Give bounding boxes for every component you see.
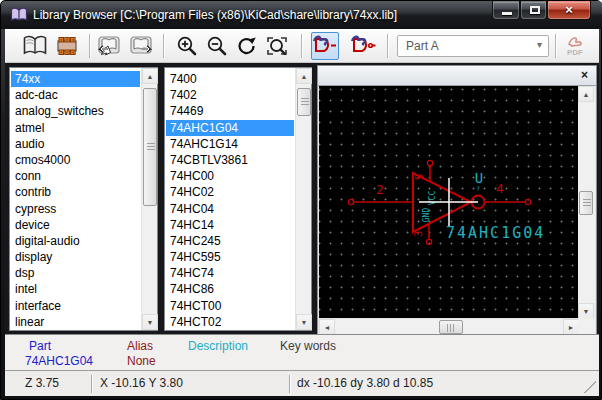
resize-grip[interactable] [584, 381, 596, 393]
minimize-button[interactable] [492, 1, 520, 20]
library-item[interactable]: device [11, 217, 140, 233]
export-pdf-button[interactable]: PDF [561, 32, 589, 60]
library-browser-window: Library Browser [C:\Program Files (x86)\… [0, 0, 602, 400]
pane-close-button[interactable]: × [577, 68, 592, 83]
open-book-icon [22, 34, 48, 58]
component-item[interactable]: 74HCT00 [166, 298, 294, 314]
toolbar-separator [163, 34, 165, 58]
library-item[interactable]: contrib [11, 184, 140, 200]
component-item[interactable]: 74HC14 [166, 217, 294, 233]
part-selector-value: Part A [406, 39, 439, 53]
zoom-fit-icon [265, 35, 289, 57]
book-right-arrow-icon [128, 34, 154, 58]
close-button[interactable]: × [547, 1, 591, 20]
zoom-fit-button[interactable] [263, 32, 291, 60]
part-label: Part [29, 339, 51, 353]
library-list[interactable]: 74xx adc-dac analog_switches atmel audio… [9, 67, 158, 331]
component-item[interactable]: 74HC00 [166, 168, 294, 184]
select-library-button[interactable] [21, 32, 49, 60]
scroll-up-icon[interactable]: ▲ [578, 86, 594, 102]
scroll-up-icon[interactable]: ▲ [296, 68, 312, 84]
library-item[interactable]: dsp [11, 265, 140, 281]
library-item[interactable]: atmel [11, 120, 140, 136]
maximize-button[interactable] [520, 1, 547, 20]
library-item[interactable]: display [11, 249, 140, 265]
cursor-position: X -10.16 Y 3.80 [100, 376, 183, 390]
minimize-icon [502, 12, 512, 15]
library-item[interactable]: analog_switches [11, 103, 140, 119]
component-item[interactable]: 74HC74 [166, 265, 294, 281]
library-item[interactable]: conn [11, 168, 140, 184]
description-label: Description [188, 339, 248, 353]
viewer-pane-header[interactable]: × [318, 66, 596, 86]
demorgan-standard-button[interactable] [311, 32, 339, 60]
component-item[interactable]: 74HC04 [166, 201, 294, 217]
combo-dropdown-icon: ▾ [537, 39, 542, 50]
previous-part-button[interactable] [95, 32, 123, 60]
scroll-down-icon[interactable]: ▼ [578, 303, 594, 319]
select-part-button[interactable] [53, 32, 81, 60]
vcc-pin-name: VCC [428, 191, 437, 206]
scrollbar-thumb[interactable] [297, 88, 311, 116]
pin-3-number: 3 [412, 231, 425, 238]
component-item[interactable]: 74HC595 [166, 249, 294, 265]
library-item[interactable]: intel [11, 281, 140, 297]
library-item[interactable]: audio [11, 136, 140, 152]
library-item[interactable]: digital-audio [11, 233, 140, 249]
next-part-button[interactable] [127, 32, 155, 60]
title-bar[interactable]: Library Browser [C:\Program Files (x86)\… [1, 1, 602, 29]
component-chip-icon [55, 35, 79, 57]
scrollbar-thumb[interactable] [439, 320, 463, 334]
pin-5-number: 5 [413, 174, 426, 181]
pdf-icon: PDF [563, 34, 587, 58]
library-item[interactable]: 74xx [11, 71, 140, 87]
svg-text:PDF: PDF [567, 48, 583, 57]
library-item[interactable]: interface [11, 298, 140, 314]
schematic-canvas[interactable]: 2 5 VCC 3 GND 4 U ? [319, 86, 579, 319]
library-item[interactable]: adc-dac [11, 87, 140, 103]
keywords-label: Key words [280, 339, 336, 353]
scroll-left-icon[interactable]: ◄ [319, 319, 335, 335]
scroll-down-icon[interactable]: ▼ [142, 314, 158, 330]
alias-label: Alias [127, 339, 153, 353]
zoom-in-icon [176, 35, 198, 57]
window-title: Library Browser [C:\Program Files (x86)\… [33, 8, 397, 22]
component-item[interactable]: 7402 [166, 87, 294, 103]
close-icon: × [548, 2, 590, 17]
scrollbar-thumb[interactable] [579, 191, 593, 215]
scroll-right-icon[interactable]: ► [563, 319, 579, 335]
scroll-down-icon[interactable]: ▼ [296, 314, 312, 330]
component-item[interactable]: 74HC02 [166, 184, 294, 200]
zoom-out-button[interactable] [203, 32, 231, 60]
toolbar-separator [301, 34, 303, 58]
inverter-symbol: 2 5 VCC 3 GND 4 U ? [319, 86, 578, 318]
component-item[interactable]: 74HC86 [166, 281, 294, 297]
redraw-button[interactable] [233, 32, 261, 60]
component-item[interactable]: 74HC245 [166, 233, 294, 249]
scroll-up-icon[interactable]: ▲ [142, 68, 158, 84]
part-info-panel: Part Alias Description Key words 74AHC1G… [5, 334, 599, 370]
demorgan-convert-button[interactable] [349, 32, 377, 60]
book-left-arrow-icon [96, 34, 122, 58]
component-item[interactable]: 74469 [166, 103, 294, 119]
library-item[interactable]: cmos4000 [11, 152, 140, 168]
component-item[interactable]: 7400 [166, 71, 294, 87]
component-list-scrollbar[interactable]: ▲ ▼ [295, 68, 311, 330]
viewer-horizontal-scrollbar[interactable]: ◄ ► [319, 318, 579, 335]
scrollbar-thumb[interactable] [143, 88, 157, 206]
component-item[interactable]: 74CBTLV3861 [166, 152, 294, 168]
zoom-out-icon [206, 35, 228, 57]
viewer-vertical-scrollbar[interactable]: ▲ ▼ [578, 86, 595, 319]
library-item[interactable]: cypress [11, 201, 140, 217]
symbol-viewer-pane: × 2 5 VCC 3 GND [317, 65, 597, 337]
pin-2-number: 2 [376, 182, 384, 197]
component-item[interactable]: 74AHC1G04 [166, 120, 294, 136]
library-item[interactable]: linear [11, 314, 140, 330]
component-list[interactable]: 7400 7402 74469 74AHC1G04 74AHC1G14 74CB… [164, 67, 312, 331]
toolbar-separator [387, 34, 389, 58]
library-list-scrollbar[interactable]: ▲ ▼ [141, 68, 157, 330]
component-item[interactable]: 74AHC1G14 [166, 136, 294, 152]
component-item[interactable]: 74HCT02 [166, 314, 294, 330]
part-selector-combobox[interactable]: Part A ▾ [397, 35, 549, 57]
zoom-in-button[interactable] [173, 32, 201, 60]
